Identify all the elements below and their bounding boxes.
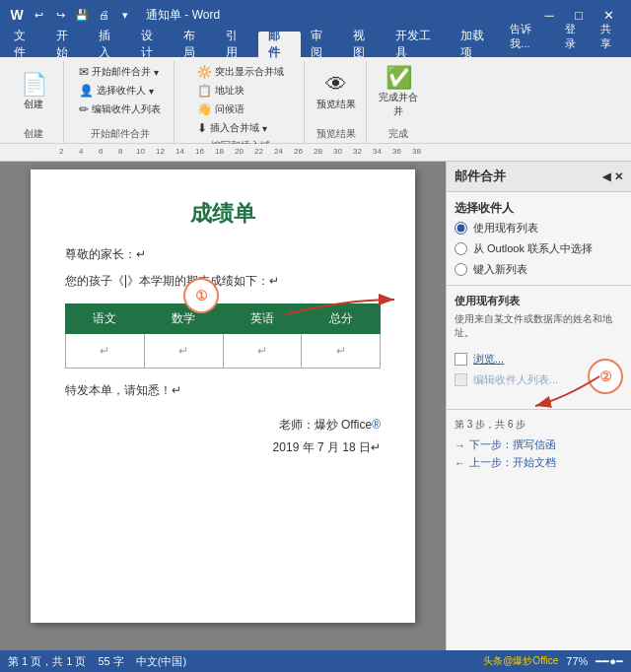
next-step-link[interactable]: → 下一步：撰写信函 bbox=[455, 437, 623, 452]
option-new-list[interactable]: 键入新列表 bbox=[455, 262, 623, 277]
mail-merge-panel: 邮件合并 ◀ ✕ 选择收件人 使用现有列表 从 Outlook 联系人中选择 键… bbox=[446, 162, 631, 650]
cell-chinese: ↵ bbox=[66, 334, 145, 369]
ruler-mark: 34 bbox=[373, 147, 382, 156]
panel-back-icon[interactable]: ◀ bbox=[602, 170, 610, 183]
share-button[interactable]: 共享 bbox=[595, 20, 627, 53]
ruler-mark: 6 bbox=[99, 147, 103, 156]
tab-layout[interactable]: 布局 bbox=[174, 32, 216, 57]
select-recipients-button[interactable]: 👤 选择收件人 ▾ bbox=[75, 82, 165, 100]
panel-footer: 第 3 步，共 6 步 → 下一步：撰写信函 ← 上一步：开始文档 bbox=[447, 409, 631, 481]
tab-review[interactable]: 审阅 bbox=[301, 32, 343, 57]
start-merge-arrow: ▾ bbox=[154, 67, 159, 78]
select-recipients-arrow: ▾ bbox=[149, 86, 154, 97]
group-preview-label: 预览结果 bbox=[313, 125, 360, 143]
create-label: 创建 bbox=[24, 98, 43, 111]
ribbon-group-write-insert: 🔆 突出显示合并域 📋 地址块 👋 问候语 ⬇ 插入合并域 ▾ 编写和插入域 bbox=[176, 61, 305, 143]
main-area: ① 成绩单 尊敬的家长：↵ 您的孩子《》本学期的期末成绩如下：↵ 语文 数学 英… bbox=[0, 162, 631, 650]
finish-merge-button[interactable]: ✅ 完成并合并 bbox=[375, 63, 422, 122]
zoom-slider[interactable]: ━━●━ bbox=[596, 655, 623, 668]
signin-button[interactable]: 登录 bbox=[559, 20, 592, 53]
save-icon[interactable]: 💾 bbox=[73, 6, 91, 24]
option-new-list-label: 键入新列表 bbox=[473, 262, 527, 277]
select-recipients-label: 选择收件人 bbox=[97, 84, 146, 98]
col-chinese: 语文 bbox=[66, 304, 145, 334]
highlight-icon: 🔆 bbox=[197, 65, 212, 79]
edit-checkbox bbox=[455, 373, 467, 386]
radio-new-list[interactable] bbox=[455, 263, 467, 276]
panel-divider-1 bbox=[447, 285, 631, 286]
col-total: 总分 bbox=[302, 304, 381, 334]
cursor bbox=[125, 275, 126, 288]
select-recipients-icon: 👤 bbox=[79, 84, 94, 98]
doc-greeting: 尊敬的家长：↵ bbox=[65, 246, 381, 263]
tab-view[interactable]: 视图 bbox=[343, 32, 386, 57]
undo-icon[interactable]: ↩ bbox=[30, 6, 47, 24]
group-write-content: 🔆 突出显示合并域 📋 地址块 👋 问候语 ⬇ 插入合并域 ▾ bbox=[193, 61, 288, 137]
highlight-merge-fields-button[interactable]: 🔆 突出显示合并域 bbox=[193, 63, 288, 81]
ribbon-right-actions: 告诉我... 登录 共享 bbox=[504, 20, 627, 57]
panel-section-title: 选择收件人 bbox=[447, 192, 631, 221]
ruler-mark: 26 bbox=[294, 147, 303, 156]
grade-table: 语文 数学 英语 总分 ↵ ↵ ↵ ↵ bbox=[65, 303, 381, 369]
tab-developer[interactable]: 开发工具 bbox=[386, 32, 451, 57]
tab-references[interactable]: 引用 bbox=[216, 32, 258, 57]
edit-recipients-link[interactable]: 编辑收件人列表... bbox=[473, 372, 558, 387]
ruler-mark: 30 bbox=[333, 147, 342, 156]
word-logo-icon: W bbox=[8, 6, 26, 24]
option-existing-list[interactable]: 使用现有列表 bbox=[455, 221, 623, 235]
doc-body: 您的孩子《》本学期的期末成绩如下：↵ bbox=[65, 273, 381, 290]
prev-step-link[interactable]: ← 上一步：开始文档 bbox=[455, 455, 623, 470]
address-block-icon: 📋 bbox=[197, 84, 212, 98]
group-finish-content: ✅ 完成并合并 bbox=[375, 61, 422, 125]
ruler-mark: 4 bbox=[79, 147, 83, 156]
edit-recipients-label: 编辑收件人列表 bbox=[92, 102, 161, 116]
tab-home[interactable]: 开始 bbox=[46, 32, 89, 57]
insert-field-icon: ⬇ bbox=[197, 121, 207, 135]
browse-checkbox bbox=[455, 353, 467, 366]
panel-close-icon[interactable]: ✕ bbox=[614, 170, 623, 183]
radio-outlook[interactable] bbox=[455, 242, 467, 255]
next-arrow-icon: → bbox=[455, 439, 465, 451]
prev-arrow-icon: ← bbox=[455, 457, 465, 469]
cell-total: ↵ bbox=[302, 334, 381, 369]
tab-addins[interactable]: 加载项 bbox=[451, 32, 504, 57]
tab-mailings[interactable]: 邮件 bbox=[258, 32, 301, 57]
doc-footer1: 特发本单，请知悉！↵ bbox=[65, 382, 381, 399]
greeting-button[interactable]: 👋 问候语 bbox=[193, 101, 288, 118]
document-wrapper: ① 成绩单 尊敬的家长：↵ 您的孩子《》本学期的期末成绩如下：↵ 语文 数学 英… bbox=[0, 162, 446, 650]
preview-results-button[interactable]: 👁 预览结果 bbox=[313, 63, 360, 122]
insert-field-label: 插入合并域 bbox=[210, 121, 259, 135]
ribbon-group-start-merge: ✉ 开始邮件合并 ▾ 👤 选择收件人 ▾ ✏ 编辑收件人列表 开始邮件合并 bbox=[66, 61, 175, 143]
greeting-icon: 👋 bbox=[197, 102, 212, 116]
ruler-mark: 10 bbox=[136, 147, 145, 156]
insert-merge-field-button[interactable]: ⬇ 插入合并域 ▾ bbox=[193, 119, 288, 137]
tab-insert[interactable]: 插入 bbox=[89, 32, 131, 57]
tell-me-button[interactable]: 告诉我... bbox=[504, 20, 554, 53]
customize-icon[interactable]: ▾ bbox=[116, 6, 134, 24]
browse-link[interactable]: 浏览... bbox=[473, 352, 504, 367]
tab-file[interactable]: 文件 bbox=[4, 32, 46, 57]
doc-footer3: 2019 年 7 月 18 日↵ bbox=[65, 439, 381, 456]
create-icon: 📄 bbox=[21, 74, 47, 96]
address-block-button[interactable]: 📋 地址块 bbox=[193, 82, 288, 100]
radio-existing-list[interactable] bbox=[455, 222, 467, 235]
edit-recipients-button[interactable]: ✏ 编辑收件人列表 bbox=[75, 101, 165, 118]
panel-header-icons: ◀ ✕ bbox=[602, 170, 623, 183]
ruler-mark: 2 bbox=[59, 147, 63, 156]
create-button[interactable]: 📄 创建 bbox=[10, 63, 57, 122]
panel-description: 使用来自某文件或数据库的姓名和地址。 bbox=[447, 312, 631, 348]
start-merge-button[interactable]: ✉ 开始邮件合并 ▾ bbox=[75, 63, 165, 81]
ruler-mark: 20 bbox=[235, 147, 244, 156]
ruler-inner: 2 4 6 8 10 12 14 16 18 20 22 24 26 28 30… bbox=[30, 144, 601, 161]
option-outlook-contacts[interactable]: 从 Outlook 联系人中选择 bbox=[455, 241, 623, 256]
finish-label: 完成并合并 bbox=[377, 91, 420, 118]
panel-header: 邮件合并 ◀ ✕ bbox=[447, 162, 631, 192]
redo-icon[interactable]: ↪ bbox=[51, 6, 69, 24]
document-scroll[interactable]: ① 成绩单 尊敬的家长：↵ 您的孩子《》本学期的期末成绩如下：↵ 语文 数学 英… bbox=[0, 162, 446, 631]
panel-title: 邮件合并 bbox=[455, 168, 506, 185]
print-icon[interactable]: 🖨 bbox=[95, 6, 112, 24]
ruler-mark: 28 bbox=[314, 147, 322, 156]
tab-design[interactable]: 设计 bbox=[131, 32, 174, 57]
panel-radio-group: 使用现有列表 从 Outlook 联系人中选择 键入新列表 bbox=[447, 221, 631, 277]
insert-field-arrow: ▾ bbox=[262, 123, 267, 134]
